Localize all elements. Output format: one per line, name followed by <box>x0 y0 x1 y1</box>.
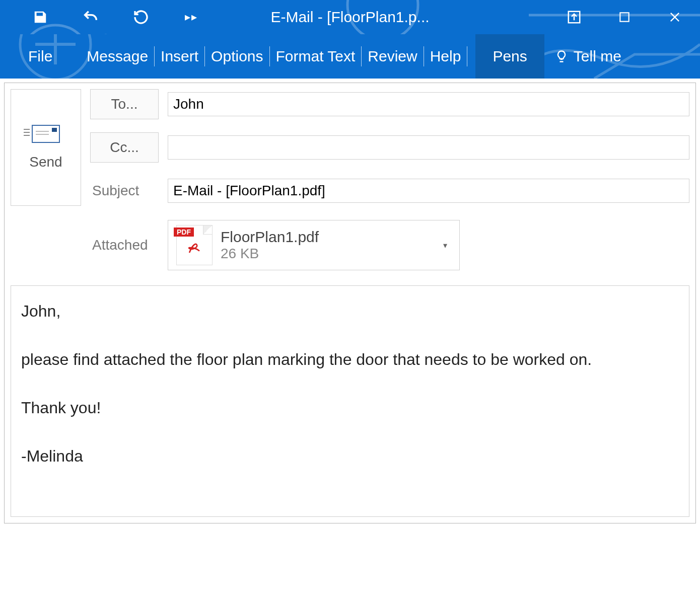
tab-options[interactable]: Options <box>205 34 269 79</box>
tab-review[interactable]: Review <box>362 34 423 79</box>
chevron-down-icon[interactable]: ▾ <box>443 241 447 250</box>
tab-message[interactable]: Message <box>81 34 154 79</box>
minimize-to-tray-icon[interactable] <box>564 7 584 27</box>
envelope-icon <box>32 125 60 143</box>
to-input[interactable] <box>168 92 689 116</box>
undo-icon[interactable] <box>81 7 101 27</box>
pdf-icon: PDF <box>176 225 213 265</box>
tab-help[interactable]: Help <box>424 34 467 79</box>
window-controls <box>564 7 685 27</box>
send-label: Send <box>29 154 62 170</box>
cc-button[interactable]: Cc... <box>90 132 159 163</box>
refresh-icon[interactable] <box>131 7 151 27</box>
save-icon[interactable] <box>30 7 50 27</box>
subject-label: Subject <box>90 183 159 199</box>
close-icon[interactable] <box>665 7 685 27</box>
attachment-name: FloorPlan1.pdf <box>221 229 319 246</box>
lightbulb-icon <box>554 49 569 63</box>
to-button[interactable]: To... <box>90 89 159 119</box>
compose-area: Send To... Cc... Subject Attached PDF Fl… <box>4 83 696 523</box>
subject-input[interactable] <box>168 179 689 203</box>
attached-label: Attached <box>90 237 159 253</box>
overflow-icon[interactable]: ▸▸ <box>181 7 201 27</box>
tab-file[interactable]: File <box>0 34 81 79</box>
tell-me-label: Tell me <box>574 48 621 65</box>
tab-insert[interactable]: Insert <box>155 34 204 79</box>
cc-input[interactable] <box>168 135 689 160</box>
svg-rect-4 <box>620 13 628 21</box>
tell-me[interactable]: Tell me <box>544 48 632 65</box>
tab-pens[interactable]: Pens <box>475 34 544 79</box>
attachment-size: 26 KB <box>221 246 319 262</box>
maximize-icon[interactable] <box>614 7 635 27</box>
send-button[interactable]: Send <box>11 89 81 206</box>
title-bar: ▸▸ E-Mail - [FloorPlan1.p... <box>0 0 700 34</box>
pdf-badge: PDF <box>174 228 194 237</box>
attachment-item[interactable]: PDF FloorPlan1.pdf 26 KB ▾ <box>168 220 460 270</box>
window-title: E-Mail - [FloorPlan1.p... <box>270 9 429 26</box>
tab-format-text[interactable]: Format Text <box>270 34 362 79</box>
ribbon: File Message Insert Options Format Text … <box>0 34 700 79</box>
quick-access-toolbar: ▸▸ <box>0 7 201 27</box>
message-body[interactable]: John, please find attached the floor pla… <box>11 285 689 517</box>
